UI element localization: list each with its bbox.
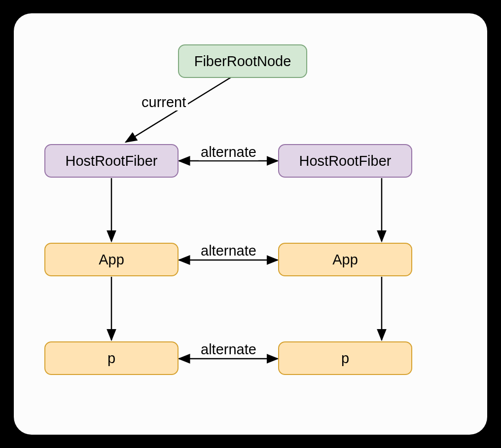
edge-label-current: current xyxy=(140,94,188,111)
edge-label-alternate-1: alternate xyxy=(199,144,258,160)
node-p-right: p xyxy=(278,341,412,375)
node-host-root-fiber-right: HostRootFiber xyxy=(278,144,412,178)
node-p-left: p xyxy=(44,341,179,375)
edge-label-alternate-3: alternate xyxy=(199,341,258,358)
edge-label-alternate-2: alternate xyxy=(199,243,258,259)
node-app-left: App xyxy=(44,243,179,276)
node-fiber-root-node: FiberRootNode xyxy=(178,44,307,78)
node-app-right: App xyxy=(278,243,412,276)
node-host-root-fiber-left: HostRootFiber xyxy=(44,144,179,178)
diagram-canvas: FiberRootNode current HostRootFiber Host… xyxy=(14,13,487,435)
